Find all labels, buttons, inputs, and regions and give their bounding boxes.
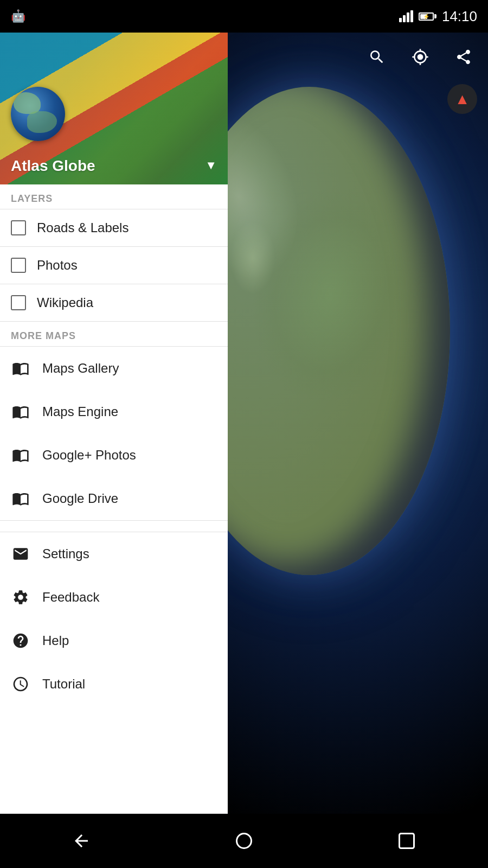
wikipedia-label: Wikipedia — [37, 295, 93, 310]
sidebar-item-feedback[interactable]: Feedback — [0, 576, 228, 619]
sidebar-item-google-photos[interactable]: Google+ Photos — [0, 433, 228, 477]
more-maps-section-label: MORE MAPS — [0, 322, 228, 346]
google-drive-icon — [11, 489, 30, 508]
status-time: 14:10 — [442, 8, 477, 25]
wifi-icon — [399, 10, 413, 22]
layer-item-photos[interactable]: Photos — [0, 247, 228, 284]
svg-point-0 — [237, 834, 252, 848]
status-bar-left: 🤖 — [11, 9, 25, 23]
tutorial-label: Tutorial — [42, 676, 85, 692]
home-button[interactable] — [213, 823, 275, 859]
svg-rect-1 — [400, 834, 414, 848]
feedback-label: Feedback — [42, 590, 99, 605]
header-chevron-icon[interactable]: ▼ — [205, 158, 217, 173]
roads-checkbox[interactable] — [11, 220, 26, 235]
sidebar-item-maps-engine[interactable]: Maps Engine — [0, 390, 228, 433]
tutorial-icon — [11, 674, 30, 694]
help-icon — [11, 631, 30, 650]
sidebar-item-settings[interactable]: Settings — [0, 532, 228, 576]
back-button[interactable] — [50, 823, 113, 859]
maps-engine-icon — [11, 402, 30, 422]
battery-icon: ⚡ — [419, 12, 436, 21]
android-notification-icon: 🤖 — [11, 9, 25, 23]
google-photos-icon — [11, 445, 30, 465]
map-action-buttons — [363, 43, 477, 71]
feedback-icon — [11, 588, 30, 607]
compass-button[interactable]: ▲ — [447, 84, 477, 114]
sidebar-item-tutorial[interactable]: Tutorial — [0, 662, 228, 706]
compass-arrow-icon: ▲ — [455, 91, 470, 108]
header-title: Atlas Globe — [11, 157, 95, 175]
location-button[interactable] — [407, 43, 434, 71]
settings-label: Settings — [42, 546, 89, 561]
google-photos-label: Google+ Photos — [42, 448, 136, 463]
sidebar-item-google-drive[interactable]: Google Drive — [0, 477, 228, 520]
sidebar-item-maps-gallery[interactable]: Maps Gallery — [0, 347, 228, 390]
share-button[interactable] — [450, 43, 477, 71]
maps-engine-label: Maps Engine — [42, 404, 118, 419]
help-label: Help — [42, 633, 69, 648]
sidebar-drawer: Atlas Globe ▼ LAYERS Roads & Labels Phot… — [0, 33, 228, 814]
maps-gallery-icon — [11, 359, 30, 378]
header-globe-image — [11, 87, 65, 141]
settings-icon — [11, 544, 30, 564]
recent-apps-button[interactable] — [375, 823, 438, 859]
wikipedia-checkbox[interactable] — [11, 295, 26, 310]
status-bar: 🤖 ⚡ 14:10 — [0, 0, 488, 33]
roads-label: Roads & Labels — [37, 220, 129, 235]
status-bar-right: ⚡ 14:10 — [399, 8, 477, 25]
search-button[interactable] — [363, 43, 390, 71]
sidebar-header[interactable]: Atlas Globe ▼ — [0, 33, 228, 184]
photos-checkbox[interactable] — [11, 258, 26, 273]
layer-item-roads[interactable]: Roads & Labels — [0, 209, 228, 246]
sidebar-item-help[interactable]: Help — [0, 619, 228, 662]
layer-item-wikipedia[interactable]: Wikipedia — [0, 284, 228, 321]
layers-section-label: LAYERS — [0, 184, 228, 209]
maps-gallery-label: Maps Gallery — [42, 361, 119, 376]
bottom-navigation — [0, 814, 488, 868]
google-drive-label: Google Drive — [42, 491, 118, 506]
photos-label: Photos — [37, 258, 78, 273]
spacer — [0, 521, 228, 532]
